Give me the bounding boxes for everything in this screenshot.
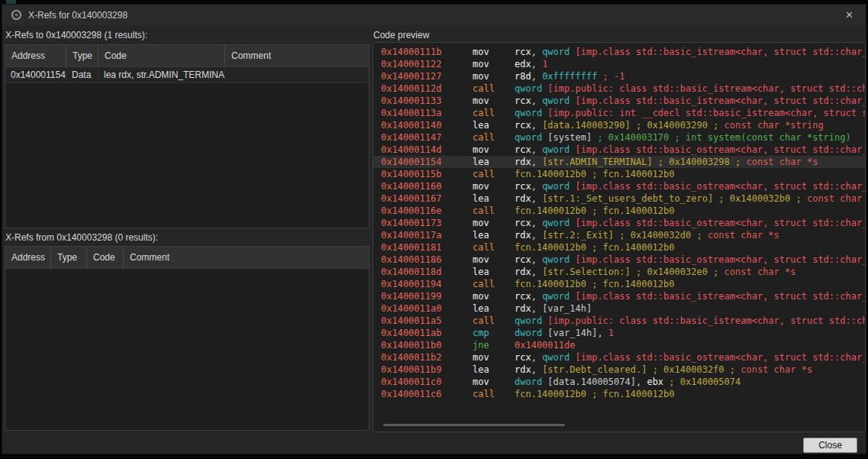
- disasm-line[interactable]: 0x140001122movedx, 1: [373, 58, 865, 70]
- disasm-line[interactable]: 0x14000112dcallqword [imp.public: class …: [373, 82, 865, 95]
- disasm-operands: rdx, [var_14h]: [515, 302, 865, 315]
- disasm-line[interactable]: 0x140001167leardx, [str.1:_Set_users_deb…: [373, 192, 865, 205]
- disasm-address: 0x140001160: [373, 180, 473, 192]
- disasm-mnemonic: mov: [473, 58, 515, 70]
- disasm-token: 0xffffffff: [542, 71, 597, 82]
- disasm-token: rdx: [515, 364, 531, 375]
- dialog-titlebar[interactable]: X-Refs for 0x140003298 ✕: [2, 5, 866, 25]
- disasm-token: ; fcn.1400012b0: [586, 242, 675, 253]
- disasm-address: 0x1400011c0: [373, 376, 473, 388]
- disasm-token: ; 0x1400032e0 ;: [631, 267, 724, 277]
- disasm-token: dword: [515, 377, 547, 387]
- disasm-line[interactable]: 0x1400011c6callfcn.1400012b0 ; fcn.14000…: [373, 388, 865, 400]
- table-row[interactable]: 0x140001154Datalea rdx, str.ADMIN_TERMIN…: [5, 67, 369, 83]
- column-header[interactable]: Type: [51, 247, 87, 268]
- disasm-line[interactable]: 0x14000118dleardx, [str.Selection:] ; 0x…: [373, 266, 865, 278]
- disasm-token: qword: [542, 254, 575, 265]
- disasm-line[interactable]: 0x14000115bcallfcn.1400012b0 ; fcn.14000…: [373, 168, 865, 180]
- disasm-operands: fcn.1400012b0 ; fcn.1400012b0: [515, 278, 865, 290]
- disasm-mnemonic: call: [473, 82, 515, 95]
- disasm-operands: rcx, qword [imp.class std::basic_istream…: [515, 95, 865, 107]
- horizontal-scrollbar[interactable]: [373, 424, 865, 427]
- xrefs-to-table[interactable]: AddressTypeCodeComment 0x140001154Datale…: [5, 44, 369, 228]
- disasm-operands: rdx, [str.1:_Set_users_debt_to_zero] ; 0…: [515, 192, 865, 205]
- disasm-operands: qword [imp.public: class std::basic_istr…: [515, 315, 865, 327]
- disasm-address: 0x14000117a: [373, 229, 473, 241]
- disasm-token: qword: [515, 83, 547, 94]
- column-header[interactable]: Code: [98, 45, 225, 66]
- disasm-mnemonic: cmp: [473, 327, 515, 339]
- disasm-token: ,: [531, 230, 542, 241]
- disasm-line[interactable]: 0x14000114dmovrcx, qword [imp.class std:…: [373, 144, 865, 156]
- xrefs-dialog: X-Refs for 0x140003298 ✕ X-Refs to 0x140…: [2, 4, 866, 454]
- disasm-line[interactable]: 0x1400011a5callqword [imp.public: class …: [373, 315, 865, 327]
- close-button[interactable]: Close: [803, 438, 857, 453]
- disasm-token: [data.140003290]: [542, 120, 631, 131]
- disasm-token: [imp.public: int __cdecl std::basic_istr…: [547, 108, 865, 118]
- disasm-mnemonic: lea: [473, 119, 515, 131]
- disasm-address: 0x1400011b0: [373, 339, 473, 351]
- disasm-line[interactable]: 0x140001173movrcx, qword [imp.class std:…: [373, 217, 865, 229]
- disasm-operands: rcx, qword [imp.class std::basic_ostream…: [515, 144, 865, 156]
- disasm-token: qword: [542, 181, 575, 192]
- disasm-token: rcx: [515, 181, 531, 192]
- column-header[interactable]: Comment: [124, 247, 369, 268]
- disasm-token: fcn.1400012b0: [515, 242, 586, 253]
- disasm-line[interactable]: 0x140001140learcx, [data.140003290] ; 0x…: [373, 119, 865, 131]
- disasm-token: qword: [542, 352, 575, 363]
- disasm-token: r8d: [515, 71, 531, 82]
- column-header[interactable]: Code: [87, 247, 124, 268]
- disasm-line[interactable]: 0x140001160movrcx, qword [imp.class std:…: [373, 180, 865, 192]
- column-header[interactable]: Address: [5, 247, 51, 268]
- disasm-address: 0x140001122: [373, 58, 473, 70]
- disasm-line[interactable]: 0x140001194callfcn.1400012b0 ; fcn.14000…: [373, 278, 865, 290]
- disasm-token: fcn.1400012b0: [515, 389, 586, 399]
- disasm-line[interactable]: 0x140001199movrcx, qword [imp.class std:…: [373, 290, 865, 302]
- disasm-mnemonic: lea: [473, 302, 515, 315]
- disasm-operands: fcn.1400012b0 ; fcn.1400012b0: [515, 168, 865, 180]
- disasm-token: ebx: [647, 377, 663, 387]
- disasm-address: 0x140001173: [373, 217, 473, 229]
- disasm-line[interactable]: 0x1400011abcmpdword [var_14h], 1: [373, 327, 865, 339]
- disasm-mnemonic: call: [473, 205, 515, 217]
- disasm-line[interactable]: 0x1400011c0movdword [data.140005074], eb…: [373, 376, 865, 388]
- disasm-line[interactable]: 0x14000116ecallfcn.1400012b0 ; fcn.14000…: [373, 205, 865, 217]
- disasm-line[interactable]: 0x1400011b0jne0x1400011de: [373, 339, 865, 351]
- disasm-line[interactable]: 0x14000113acallqword [imp.public: int __…: [373, 107, 865, 119]
- disasm-address: 0x14000118d: [373, 266, 473, 278]
- disasm-token: qword: [515, 108, 547, 118]
- disasm-line[interactable]: 0x140001154leardx, [str.ADMIN_TERMINAL] …: [373, 156, 865, 168]
- disasm-token: [imp.public: class std::basic_istream<ch…: [547, 83, 865, 94]
- close-icon[interactable]: ✕: [841, 8, 858, 22]
- xrefs-from-table[interactable]: AddressTypeCodeComment: [5, 246, 369, 431]
- disasm-line[interactable]: 0x14000117aleardx, [str.2:_Exit] ; 0x140…: [373, 229, 865, 241]
- disasm-line[interactable]: 0x14000111bmovrcx, qword [imp.class std:…: [373, 46, 865, 58]
- disasm-token: rcx: [515, 95, 531, 106]
- code-preview-panel[interactable]: 0x14000111bmovrcx, qword [imp.class std:…: [373, 42, 866, 432]
- disasm-line[interactable]: 0x1400011a0leardx, [var_14h]: [373, 302, 865, 315]
- disasm-mnemonic: call: [473, 168, 515, 180]
- disasm-token: [var_14h]: [542, 303, 592, 314]
- disasm-operands: qword [system] ; 0x140003170 ; int syste…: [515, 131, 865, 144]
- disasm-line[interactable]: 0x140001181callfcn.1400012b0 ; fcn.14000…: [373, 241, 865, 254]
- table-cell: Data: [66, 67, 98, 82]
- disasm-line[interactable]: 0x1400011b9leardx, [str.Debt_cleared.] ;…: [373, 364, 865, 376]
- column-header[interactable]: Address: [5, 45, 66, 66]
- disasm-token: ,: [597, 328, 608, 338]
- disasm-address: 0x140001154: [373, 156, 473, 168]
- disasm-line[interactable]: 0x1400011b2movrcx, qword [imp.class std:…: [373, 351, 865, 364]
- column-header[interactable]: Comment: [225, 45, 369, 66]
- disasm-line[interactable]: 0x140001133movrcx, qword [imp.class std:…: [373, 95, 865, 107]
- column-header[interactable]: Type: [66, 45, 98, 66]
- disasm-token: ,: [531, 95, 542, 106]
- disasm-line[interactable]: 0x140001147callqword [system] ; 0x140003…: [373, 131, 865, 144]
- disasm-token: [str.Selection:]: [542, 267, 631, 277]
- disasm-token: ,: [531, 193, 542, 204]
- disasm-line[interactable]: 0x140001186movrcx, qword [imp.class std:…: [373, 254, 865, 266]
- disasm-mnemonic: mov: [473, 144, 515, 156]
- disasm-address: 0x140001127: [373, 70, 473, 82]
- hscrollbar-thumb[interactable]: [383, 424, 565, 426]
- disasm-line[interactable]: 0x140001127movr8d, 0xffffffff ; -1: [373, 70, 865, 82]
- disasm-operands: fcn.1400012b0 ; fcn.1400012b0: [515, 241, 865, 254]
- disasm-token: ,: [531, 181, 542, 192]
